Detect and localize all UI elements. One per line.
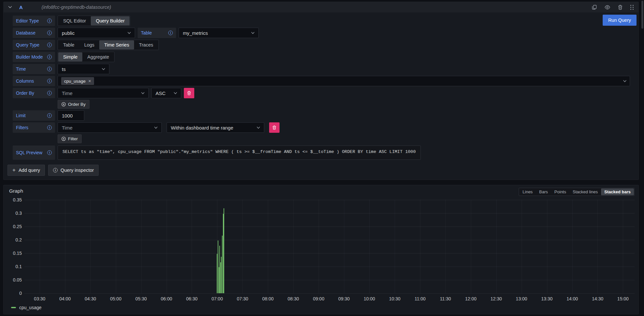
x-gridline	[242, 200, 243, 293]
info-icon[interactable]: i	[47, 113, 52, 118]
add-order-by-button[interactable]: Order By	[58, 100, 89, 109]
x-axis-labels: 03:3004:0004:3005:0005:3006:0006:3007:00…	[24, 293, 635, 303]
mode-lines[interactable]: Lines	[519, 188, 536, 195]
x-tick-label: 07:00	[212, 296, 223, 301]
field-label-query-type: Query Type i	[13, 40, 55, 50]
x-tick-label: 11:00	[415, 296, 426, 301]
x-tick-label: 09:00	[313, 296, 324, 301]
select-chevron-icon	[141, 92, 144, 94]
option-table[interactable]: Table	[58, 40, 79, 49]
order-by-field-select[interactable]: Time	[58, 88, 149, 98]
x-tick-label: 14:30	[592, 296, 603, 301]
y-tick-label: 0.1	[16, 264, 22, 269]
order-direction-select[interactable]: ASC	[151, 88, 181, 98]
filter-condition-select[interactable]: Within dashboard time range	[167, 122, 264, 133]
field-label-limit: Limit i	[13, 110, 55, 121]
x-gridline	[268, 200, 268, 293]
remove-filter-button[interactable]	[269, 122, 280, 133]
select-chevron-icon	[257, 127, 260, 129]
info-icon[interactable]: i	[47, 91, 52, 95]
option-logs[interactable]: Logs	[79, 40, 99, 49]
column-chip[interactable]: cpu_usage ✕	[61, 77, 94, 85]
x-gridline	[40, 200, 40, 293]
x-tick-label: 13:30	[541, 296, 553, 301]
y-tick-label: 0.3	[16, 211, 22, 216]
info-icon[interactable]: i	[47, 150, 52, 155]
filter-field-select[interactable]: Time	[58, 122, 162, 133]
query-header[interactable]: A (info8fcc-greptimedb-datasource)	[4, 2, 638, 12]
datasource-name: (info8fcc-greptimedb-datasource)	[42, 5, 111, 10]
x-tick-label: 04:00	[59, 296, 71, 301]
select-chevron-icon	[128, 32, 131, 34]
info-icon[interactable]: i	[168, 31, 173, 35]
trash-icon[interactable]	[618, 5, 623, 10]
mode-bars[interactable]: Bars	[536, 188, 551, 195]
x-gridline	[522, 200, 522, 293]
legend-item[interactable]: cpu_usage	[7, 303, 42, 310]
columns-multiselect[interactable]: cpu_usage ✕	[58, 76, 630, 86]
info-icon[interactable]: i	[47, 31, 52, 35]
x-tick-label: 12:00	[465, 296, 476, 301]
x-gridline	[116, 200, 116, 293]
sql-preview-box: SELECT ts as "time", cpu_usage FROM "pub…	[58, 145, 421, 160]
option-aggregate[interactable]: Aggregate	[82, 52, 114, 62]
info-icon[interactable]: i	[47, 125, 52, 130]
x-gridline	[167, 200, 167, 293]
table-select[interactable]: my_metrics	[179, 28, 259, 38]
time-select[interactable]: ts	[58, 64, 109, 74]
x-tick-label: 14:00	[567, 296, 578, 301]
info-icon: i	[53, 168, 58, 172]
info-icon[interactable]: i	[47, 79, 52, 83]
x-gridline	[623, 200, 623, 293]
chip-close-icon[interactable]: ✕	[88, 79, 91, 83]
x-tick-label: 04:30	[85, 296, 96, 301]
option-traces[interactable]: Traces	[134, 40, 158, 49]
mode-points[interactable]: Points	[551, 188, 569, 195]
info-icon[interactable]: i	[47, 43, 52, 47]
info-icon[interactable]: i	[47, 67, 52, 71]
x-tick-label: 05:00	[110, 296, 121, 301]
query-ref-id: A	[19, 5, 23, 10]
x-tick-label: 11:30	[440, 296, 451, 301]
field-label-builder-mode: Builder Mode i	[13, 52, 55, 62]
database-select[interactable]: public	[58, 28, 135, 38]
x-tick-label: 07:30	[237, 296, 248, 301]
legend-label: cpu_usage	[19, 305, 42, 310]
field-label-filters: Filters i	[13, 122, 55, 133]
plot-area[interactable]	[24, 198, 635, 293]
remove-order-by-button[interactable]	[184, 88, 194, 98]
limit-input[interactable]	[58, 110, 84, 121]
scrollbar-thumb[interactable]	[641, 1, 643, 29]
drag-handle-icon[interactable]	[630, 5, 634, 10]
x-gridline	[597, 200, 598, 293]
plus-icon: +	[12, 167, 16, 173]
select-chevron-icon	[623, 80, 626, 82]
mode-stacked-bars[interactable]: Stacked bars	[601, 188, 634, 195]
y-tick-label: 0.25	[13, 224, 22, 229]
y-tick-label: 0.15	[13, 251, 22, 256]
x-tick-label: 12:30	[490, 296, 502, 301]
mode-stacked-lines[interactable]: Stacked lines	[569, 188, 601, 195]
x-gridline	[369, 200, 370, 293]
info-icon[interactable]: i	[47, 19, 52, 23]
x-gridline	[65, 200, 65, 293]
add-query-button[interactable]: + Add query	[7, 165, 45, 176]
chart: 00.050.10.150.20.250.30.35 03:3004:0004:…	[7, 198, 635, 303]
collapse-chevron-icon[interactable]	[8, 6, 12, 8]
add-filter-button[interactable]: Filter	[58, 134, 82, 143]
x-gridline	[90, 200, 91, 293]
option-query-builder[interactable]: Query Builder	[91, 16, 130, 25]
option-sql-editor[interactable]: SQL Editor	[58, 16, 91, 25]
x-gridline	[319, 200, 319, 293]
option-simple[interactable]: Simple	[58, 52, 82, 62]
query-inspector-button[interactable]: i Query inspector	[48, 165, 99, 176]
info-icon[interactable]: i	[47, 55, 52, 59]
duplicate-icon[interactable]	[592, 5, 597, 10]
field-label-editor-type: Editor Type i	[13, 16, 55, 26]
x-tick-label: 13:00	[516, 296, 527, 301]
x-tick-label: 09:30	[338, 296, 350, 301]
run-query-button[interactable]: Run Query	[603, 15, 637, 26]
option-time-series[interactable]: Time Series	[99, 40, 134, 49]
eye-icon[interactable]	[605, 5, 610, 9]
graph-mode-group: Lines Bars Points Stacked lines Stacked …	[519, 188, 635, 196]
